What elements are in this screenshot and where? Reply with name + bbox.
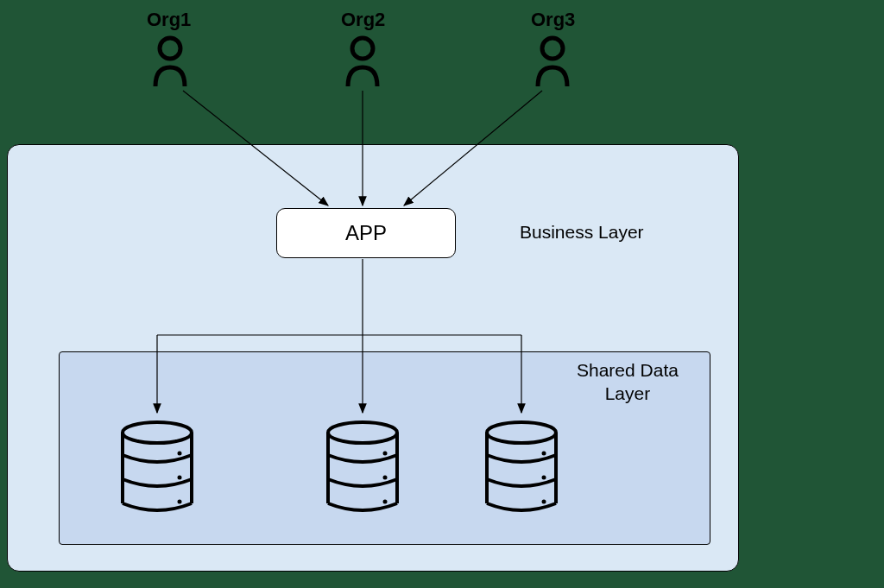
svg-point-5 (178, 476, 182, 480)
svg-point-7 (328, 422, 397, 443)
data-layer-label: Shared Data Layer (577, 358, 679, 406)
app-box: APP (276, 208, 456, 258)
svg-point-12 (542, 452, 546, 456)
org2-label: Org2 (341, 9, 385, 31)
database-icon (119, 420, 195, 515)
svg-point-8 (383, 452, 388, 456)
svg-point-2 (542, 38, 563, 59)
svg-point-11 (487, 422, 556, 443)
svg-point-10 (383, 500, 388, 504)
database-icon (325, 420, 401, 515)
svg-point-13 (542, 476, 546, 480)
svg-point-6 (178, 500, 182, 504)
org3-label: Org3 (531, 9, 575, 31)
user-icon (341, 35, 384, 86)
database-icon (483, 420, 559, 515)
svg-point-4 (178, 452, 182, 456)
svg-point-9 (383, 476, 388, 480)
svg-point-3 (123, 422, 192, 443)
svg-point-0 (160, 38, 180, 59)
svg-point-14 (542, 500, 546, 504)
org1-label: Org1 (147, 9, 191, 31)
app-label: APP (345, 221, 387, 245)
business-layer-label: Business Layer (520, 222, 644, 243)
user-icon (148, 35, 192, 86)
user-icon (531, 35, 574, 86)
svg-point-1 (352, 38, 373, 59)
